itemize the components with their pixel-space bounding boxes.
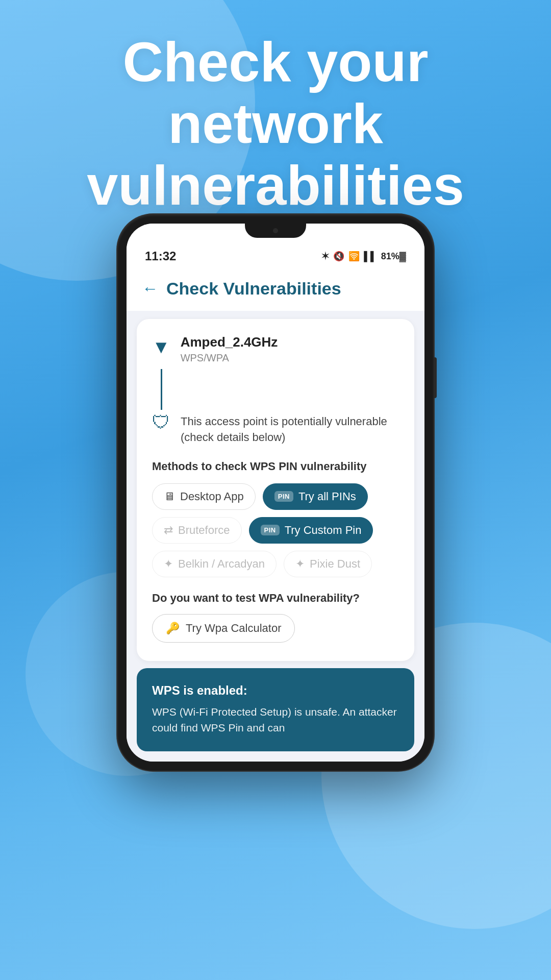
network-info: ▼ Amped_2.4GHz WPS/WPA <box>152 334 399 364</box>
bruteforce-icon: ⇄ <box>164 524 173 537</box>
info-card-title: WPS is enabled: <box>152 683 399 698</box>
status-icons: ✶ 🔇 🛜 ▌▌ 81%▓ <box>321 251 406 262</box>
pin-badge-1: PIN <box>274 491 293 502</box>
vuln-info: 🛡 This access point is potentially vulne… <box>152 412 399 446</box>
methods-grid: 🖥 Desktop App PIN Try all PINs ⇄ Brutefo… <box>152 483 399 577</box>
desktop-app-label: Desktop App <box>180 490 244 503</box>
pin-badge-2: PIN <box>261 525 280 535</box>
try-custom-pin-button[interactable]: PIN Try Custom Pin <box>249 517 373 544</box>
wpa-calculator-label: Try Wpa Calculator <box>186 622 281 635</box>
main-card: ▼ Amped_2.4GHz WPS/WPA 🛡 This access poi… <box>137 319 414 661</box>
pixie-dust-label: Pixie Dust <box>310 557 360 571</box>
phone-shell: 11:32 ✶ 🔇 🛜 ▌▌ 81%▓ ← Check Vulnerabilit… <box>117 214 434 771</box>
sparkle-icon: ✦ <box>295 557 305 571</box>
connector-line <box>161 369 162 410</box>
info-card-text: WPS (Wi-Fi Protected Setup) is unsafe. A… <box>152 704 399 736</box>
camera-notch <box>245 224 306 238</box>
desktop-icon: 🖥 <box>164 490 175 503</box>
bluetooth-icon: ✶ <box>321 251 329 262</box>
desktop-app-button[interactable]: 🖥 Desktop App <box>152 483 256 510</box>
status-bar: 11:32 ✶ 🔇 🛜 ▌▌ 81%▓ <box>127 240 424 268</box>
notch-area <box>127 224 424 240</box>
phone-screen: 11:32 ✶ 🔇 🛜 ▌▌ 81%▓ ← Check Vulnerabilit… <box>127 224 424 762</box>
wifi-icon: ▼ <box>152 336 170 358</box>
bruteforce-button: ⇄ Bruteforce <box>152 517 242 544</box>
person-icon: ✦ <box>164 557 173 571</box>
pixie-dust-button: ✦ Pixie Dust <box>284 551 372 577</box>
wpa-calculator-button[interactable]: 🔑 Try Wpa Calculator <box>152 614 295 643</box>
try-custom-pin-label: Try Custom Pin <box>285 524 362 537</box>
try-all-pins-button[interactable]: PIN Try all PINs <box>263 483 368 510</box>
info-card: WPS is enabled: WPS (Wi-Fi Protected Set… <box>137 668 414 751</box>
phone-device: 11:32 ✶ 🔇 🛜 ▌▌ 81%▓ ← Check Vulnerabilit… <box>117 214 434 771</box>
bruteforce-label: Bruteforce <box>178 524 230 537</box>
wpa-section-label: Do you want to test WPA vulnerability? <box>152 592 399 605</box>
signal-bars-icon: ▌▌ <box>364 251 377 262</box>
screen-content: ▼ Amped_2.4GHz WPS/WPA 🛡 This access poi… <box>127 319 424 762</box>
shield-icon: 🛡 <box>152 412 170 433</box>
mute-icon: 🔇 <box>333 251 344 262</box>
status-time: 11:32 <box>145 249 176 263</box>
wps-section-label: Methods to check WPS PIN vulnerability <box>152 460 399 473</box>
try-all-pins-label: Try all PINs <box>298 490 356 503</box>
network-name: Amped_2.4GHz <box>181 334 278 350</box>
page-title: Check Vulnerabilities <box>166 279 341 299</box>
camera-dot <box>273 228 278 233</box>
belkin-label: Belkin / Arcadyan <box>178 557 265 571</box>
network-details: Amped_2.4GHz WPS/WPA <box>181 334 278 364</box>
battery-icon: 81%▓ <box>381 251 406 262</box>
hero-title: Check your network vulnerabilities <box>0 31 551 216</box>
back-button[interactable]: ← <box>142 279 158 298</box>
key-icon: 🔑 <box>166 622 180 635</box>
wifi-signal-icon: 🛜 <box>348 251 360 262</box>
network-type: WPS/WPA <box>181 352 278 364</box>
vuln-text: This access point is potentially vulnera… <box>181 414 399 446</box>
app-header: ← Check Vulnerabilities <box>127 268 424 311</box>
belkin-button: ✦ Belkin / Arcadyan <box>152 551 277 577</box>
